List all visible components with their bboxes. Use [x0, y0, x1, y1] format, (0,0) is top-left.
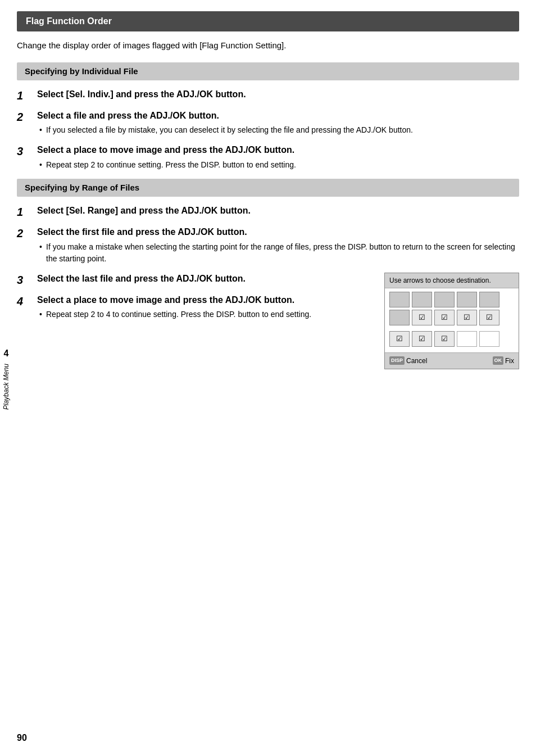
disp-icon: DISP	[389, 356, 405, 365]
chapter-number: 4	[4, 346, 9, 360]
step-note: Repeat step 2 to 4 to continue setting. …	[37, 309, 375, 320]
step-content: Select the last file and press the ADJ./…	[37, 273, 375, 285]
chapter-label: Playback Menu	[1, 363, 11, 409]
grid-row: ☑ ☑ ☑	[389, 331, 514, 347]
step-notes: Repeat step 2 to 4 to continue setting. …	[37, 309, 375, 320]
step-number: 3	[17, 144, 37, 159]
step-pair-left: 3 Select the last file and press the ADJ…	[17, 273, 375, 369]
step-number: 4	[17, 294, 37, 309]
step-content: Select a file and press the ADJ./OK butt…	[37, 110, 519, 137]
grid-cell: ☑	[479, 310, 499, 325]
section1-header: Specifying by Individual File	[17, 62, 519, 81]
step-note: If you selected a file by mistake, you c…	[37, 124, 519, 136]
page-number: 90	[17, 731, 27, 745]
grid-cell: ☑	[434, 310, 455, 325]
section2-step3: 3 Select the last file and press the ADJ…	[17, 273, 375, 287]
step-pair: 3 Select the last file and press the ADJ…	[17, 273, 519, 369]
grid-cell: ☑	[389, 331, 410, 347]
step-title: Select the first file and press the ADJ.…	[37, 226, 519, 238]
section1-step3: 3 Select a place to move image and press…	[17, 144, 519, 171]
step-note: If you make a mistake when selecting the…	[37, 241, 519, 265]
grid-cell	[457, 331, 477, 347]
step-content: Select a place to move image and press t…	[37, 294, 375, 322]
step-title: Select a file and press the ADJ./OK butt…	[37, 110, 519, 122]
grid-footer: DISP Cancel OK Fix	[385, 352, 519, 369]
step-note: Repeat step 2 to continue setting. Press…	[37, 159, 519, 171]
section1-step1: 1 Select [Sel. Indiv.] and press the ADJ…	[17, 88, 519, 103]
step-content: Select the first file and press the ADJ.…	[37, 226, 519, 265]
fix-label: Fix	[505, 356, 514, 366]
step-title: Select a place to move image and press t…	[37, 144, 519, 156]
grid-cell: ☑	[412, 310, 432, 325]
intro-text: Change the display order of images flagg…	[17, 39, 519, 52]
grid-row	[389, 292, 514, 307]
grid-header: Use arrows to choose destination.	[385, 273, 519, 288]
grid-image: Use arrows to choose destination.	[384, 273, 519, 369]
grid-cell: ☑	[412, 331, 432, 347]
step-number: 3	[17, 273, 37, 287]
step-content: Select [Sel. Range] and press the ADJ./O…	[37, 205, 519, 217]
section2-step1: 1 Select [Sel. Range] and press the ADJ.…	[17, 205, 519, 219]
side-chapter: 4 Playback Menu	[0, 346, 12, 409]
page-title: Flag Function Order	[17, 11, 519, 31]
main-content: Flag Function Order Change the display o…	[17, 11, 519, 756]
step-content: Select a place to move image and press t…	[37, 144, 519, 171]
cancel-button-area: DISP Cancel	[389, 356, 427, 366]
step-title: Select [Sel. Range] and press the ADJ./O…	[37, 205, 519, 217]
step-title: Select [Sel. Indiv.] and press the ADJ./…	[37, 88, 519, 101]
grid-cell: ☑	[457, 310, 477, 325]
fix-button-area: OK Fix	[493, 356, 515, 366]
grid-cell	[479, 331, 499, 347]
step-number: 2	[17, 110, 37, 124]
step-number: 2	[17, 226, 37, 241]
grid-cell	[457, 292, 477, 307]
step-title: Select a place to move image and press t…	[37, 294, 375, 306]
section1-step2: 2 Select a file and press the ADJ./OK bu…	[17, 110, 519, 137]
step-number: 1	[17, 205, 37, 219]
grid-box: Use arrows to choose destination.	[384, 273, 519, 369]
step-notes: If you selected a file by mistake, you c…	[37, 124, 519, 136]
section2-step4: 4 Select a place to move image and press…	[17, 294, 375, 322]
step-number: 1	[17, 88, 37, 103]
grid-cell	[389, 310, 410, 325]
grid-cell	[389, 292, 410, 307]
section2-step2: 2 Select the first file and press the AD…	[17, 226, 519, 265]
section2-header: Specifying by Range of Files	[17, 179, 519, 197]
grid-cell	[479, 292, 499, 307]
step-notes: If you make a mistake when selecting the…	[37, 241, 519, 265]
step-title: Select the last file and press the ADJ./…	[37, 273, 375, 285]
grid-cell: ☑	[434, 331, 455, 347]
step-content: Select [Sel. Indiv.] and press the ADJ./…	[37, 88, 519, 101]
grid-cell	[412, 292, 432, 307]
ok-icon: OK	[493, 356, 504, 365]
grid-body: ☑ ☑ ☑ ☑ ☑ ☑ ☑	[385, 288, 519, 352]
grid-row: ☑ ☑ ☑ ☑	[389, 310, 514, 325]
step-notes: Repeat step 2 to continue setting. Press…	[37, 159, 519, 171]
page-container: 4 Playback Menu Flag Function Order Chan…	[0, 0, 536, 756]
grid-cell	[434, 292, 455, 307]
cancel-label: Cancel	[406, 356, 427, 366]
